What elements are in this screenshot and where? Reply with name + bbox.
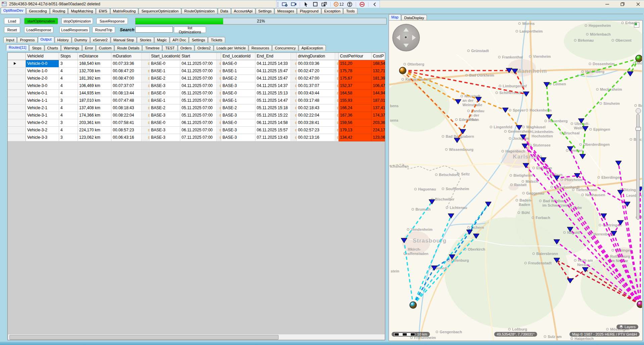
list-optimizations-button[interactable]: list Optimizations bbox=[174, 27, 206, 33]
grid-cell[interactable]: BASE-2 bbox=[150, 75, 180, 82]
grid-cell[interactable]: 175,78 bbox=[339, 68, 371, 75]
map-pan-control[interactable] bbox=[392, 24, 420, 51]
grid-cell[interactable]: BASE-3 bbox=[221, 112, 255, 119]
tab-custom[interactable]: Custom bbox=[96, 45, 114, 51]
collapsed-columns[interactable] bbox=[142, 127, 150, 134]
grid-cell[interactable]: Vehicle-0-0 bbox=[26, 60, 59, 68]
grid-cell[interactable]: 00.07:58:41 bbox=[111, 119, 142, 127]
collapsed-columns[interactable] bbox=[291, 112, 297, 119]
grid-cell[interactable]: 137,41 bbox=[371, 104, 385, 112]
tab-geocoding[interactable]: Geocoding bbox=[26, 8, 49, 14]
column-header[interactable]: CostP bbox=[371, 53, 385, 60]
grid-cell[interactable]: 203,36 bbox=[371, 119, 385, 127]
grid-cell[interactable]: 05.11.2025 07:00 bbox=[180, 112, 217, 119]
map-zoom-slider[interactable] bbox=[636, 114, 640, 220]
grid-cell[interactable]: 00.02:47:00 bbox=[297, 75, 335, 82]
row-selector[interactable] bbox=[8, 97, 26, 104]
grid-cell[interactable]: 181,39 bbox=[371, 75, 385, 82]
grid-cell[interactable]: 00.02:13:16 bbox=[297, 134, 335, 141]
tab-progress[interactable]: Progress bbox=[17, 37, 37, 43]
grid-cell[interactable]: 00.06:43:16 bbox=[111, 134, 142, 141]
collapsed-columns[interactable] bbox=[335, 68, 339, 75]
grid-cell[interactable]: Vehicle-1-0 bbox=[26, 68, 59, 75]
load-responses-button[interactable]: LoadResponses bbox=[59, 27, 90, 33]
grid-cell[interactable]: 123,062 km bbox=[78, 134, 111, 141]
tab-api-doc[interactable]: API Doc bbox=[170, 37, 189, 43]
tab-xserver2[interactable]: xServer2 bbox=[90, 37, 110, 43]
grid-cell[interactable]: 07.11.2025 07:00 bbox=[180, 134, 217, 141]
row-selector[interactable] bbox=[8, 53, 26, 60]
grid-cell[interactable]: 4 bbox=[59, 75, 78, 82]
row-selector[interactable] bbox=[8, 104, 26, 112]
depot-magenta[interactable] bbox=[637, 301, 642, 308]
tab-datadisplay[interactable]: DataDisplay bbox=[401, 15, 427, 20]
tab-playground[interactable]: Playground bbox=[297, 8, 321, 14]
grid-cell[interactable]: 07.11.2025 13:43 bbox=[255, 134, 291, 141]
screen-record-icon[interactable] bbox=[291, 2, 297, 7]
grid-cell[interactable]: 4 bbox=[59, 82, 78, 90]
collapsed-columns[interactable] bbox=[291, 82, 297, 90]
grid-cell[interactable]: 05.11.2025 14:47 bbox=[255, 97, 291, 104]
grid-cell[interactable]: 00.07:33:36 bbox=[111, 60, 142, 68]
collapsed-columns[interactable] bbox=[142, 104, 150, 112]
grid-cell[interactable]: 4 bbox=[59, 68, 78, 75]
grid-cell[interactable]: 00.08:18:43 bbox=[111, 104, 142, 112]
collapsed-columns[interactable] bbox=[291, 127, 297, 134]
collapsed-columns[interactable] bbox=[217, 134, 221, 141]
grid-cell[interactable]: 155,93 bbox=[339, 97, 371, 104]
grid-cell[interactable]: 164,58 bbox=[339, 90, 371, 97]
collapsed-columns[interactable] bbox=[217, 127, 221, 134]
grid-cell[interactable]: Vehicle-3-3 bbox=[26, 134, 59, 141]
grid-cell[interactable]: 4 bbox=[59, 104, 78, 112]
tab-messages[interactable]: Messages bbox=[275, 8, 297, 14]
map-panel[interactable]: WormsHeppenheimErbachLampertheimMörlenba… bbox=[389, 20, 643, 341]
grid-cell[interactable]: 00.08:13:44 bbox=[111, 90, 142, 97]
panel-expand-icon[interactable] bbox=[634, 22, 639, 28]
tab-loads-per-vehicle[interactable]: Loads per Vehicle bbox=[214, 45, 248, 51]
grid-cell[interactable]: BASE-1 bbox=[150, 68, 180, 75]
collapsed-columns[interactable] bbox=[291, 75, 297, 82]
minimize-button[interactable] bbox=[604, 1, 610, 7]
grid-cell[interactable]: 152,37 bbox=[339, 82, 371, 90]
tab-map[interactable]: Map bbox=[389, 14, 401, 20]
element-bounds-icon[interactable] bbox=[312, 2, 318, 7]
grid-cell[interactable]: BASE-3 bbox=[221, 82, 255, 90]
tab-resources[interactable]: Resources bbox=[249, 45, 272, 51]
grid-cell[interactable]: 06.11.2025 07:00 bbox=[180, 119, 217, 127]
collapsed-columns[interactable] bbox=[217, 97, 221, 104]
grid-cell[interactable]: Vehicle-0-2 bbox=[26, 119, 59, 127]
tab-apiexception[interactable]: ApiException bbox=[299, 45, 326, 51]
grid-cell[interactable]: 05.11.2025 15:13 bbox=[255, 90, 291, 97]
stop-optimization-button[interactable]: stopOptimization bbox=[61, 18, 93, 24]
row-selector[interactable] bbox=[8, 127, 26, 134]
row-selector[interactable] bbox=[8, 119, 26, 127]
grid-cell[interactable]: 00.08:47:20 bbox=[111, 68, 142, 75]
grid-cell[interactable]: 166,24 bbox=[339, 104, 371, 112]
collapsed-columns[interactable] bbox=[142, 82, 150, 90]
row-selector[interactable] bbox=[8, 68, 26, 75]
grid-cell[interactable]: 00.03:17:48 bbox=[297, 97, 335, 104]
restore-button[interactable] bbox=[619, 1, 626, 7]
grid-cell[interactable]: 4 bbox=[59, 112, 78, 119]
inspect-element-icon[interactable] bbox=[282, 2, 288, 7]
grid-cell[interactable]: 00.07:37:07 bbox=[111, 82, 142, 90]
grid-cell[interactable]: BASE-1 bbox=[221, 97, 255, 104]
grid-cell[interactable]: 175,67 bbox=[339, 75, 371, 82]
grid-cell[interactable]: Vehicle-0-1 bbox=[26, 90, 59, 97]
grid-cell[interactable]: 00.03:28:41 bbox=[297, 119, 335, 127]
grid-cell[interactable]: BASE-0 bbox=[221, 90, 255, 97]
grid-cell[interactable]: 00.08:22:04 bbox=[111, 112, 142, 119]
tab-routeoptimization[interactable]: RouteOptimization bbox=[182, 8, 217, 14]
collapsed-columns[interactable] bbox=[142, 75, 150, 82]
column-header[interactable]: VehicleId bbox=[26, 53, 59, 60]
grid-cell[interactable]: BASE-3 bbox=[221, 127, 255, 134]
grid-cell[interactable]: Vehicle-3-0 bbox=[26, 82, 59, 90]
load-response-button[interactable]: LoadResponse bbox=[24, 27, 53, 33]
collapsed-columns[interactable] bbox=[335, 112, 339, 119]
collapsed-columns[interactable] bbox=[335, 104, 339, 112]
column-header[interactable]: Start bbox=[180, 53, 217, 60]
tab-input[interactable]: Input bbox=[3, 37, 17, 43]
grid-cell[interactable]: Vehicle-2-0 bbox=[26, 75, 59, 82]
grid-cell[interactable]: 224,17 bbox=[371, 127, 385, 134]
save-response-button[interactable]: SaveResponse bbox=[96, 18, 128, 24]
